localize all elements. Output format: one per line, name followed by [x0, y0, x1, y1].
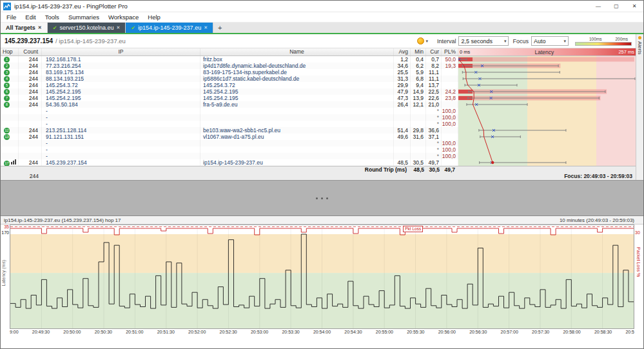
- col-header-count[interactable]: Count: [19, 48, 42, 55]
- hop-number-badge: 5: [4, 83, 10, 88]
- col-header-avg[interactable]: Avg: [394, 48, 411, 55]
- menu-item-file[interactable]: File: [2, 12, 21, 23]
- tab-label: All Targets: [6, 25, 35, 31]
- focus-select[interactable]: Auto ▾: [531, 36, 569, 46]
- pl-cell: 100,0: [442, 146, 458, 153]
- count-cell: 244: [19, 56, 42, 63]
- hop-number-badge: 1: [4, 57, 10, 63]
- tab-check-icon: ✔: [53, 25, 57, 31]
- time-tick-label: 20:56:00: [438, 330, 456, 334]
- pl-cell: 100,0: [442, 153, 458, 159]
- name-cell: 145.254.2.195: [200, 95, 394, 101]
- minimize-button[interactable]: —: [589, 1, 607, 12]
- cur-cell: 37,1: [426, 134, 442, 140]
- name-cell: [200, 146, 394, 153]
- count-cell: 244: [19, 63, 42, 69]
- ip-cell: -: [42, 140, 200, 146]
- alert-indicator-icon: [638, 36, 641, 39]
- menu-item-tools[interactable]: Tools: [41, 12, 64, 23]
- count-cell: 244: [19, 159, 42, 166]
- time-graph-range: 10 minutes (20:49:03 - 20:59:03): [560, 217, 643, 223]
- hop-cell: [1, 140, 19, 146]
- hop-cell: 5: [1, 82, 19, 88]
- time-tick-label: 20:59:00: [625, 330, 634, 334]
- name-cell: ip4d17d8fe.dynamic.kabel-deutschland.de: [200, 63, 394, 69]
- menu-item-edit[interactable]: Edit: [21, 12, 40, 23]
- count-cell: 244: [19, 127, 42, 134]
- time-tick-label: 20:52:30: [220, 330, 237, 334]
- cur-cell: *: [426, 146, 442, 153]
- count-cell: [19, 146, 42, 153]
- tab-label: +: [218, 24, 222, 32]
- col-header-ip[interactable]: IP: [42, 48, 200, 55]
- new-tab-button[interactable]: +: [213, 23, 226, 33]
- alerts-tab-label: Alerts: [637, 41, 643, 54]
- avg-cell: 49,6: [394, 134, 411, 140]
- time-axis-labels: 20:49:0020:49:3020:50:0020:50:3020:51:00…: [10, 329, 634, 337]
- min-cell: [411, 114, 426, 121]
- ip-cell: 145.254.3.72: [42, 82, 200, 88]
- ip-cell: 145.254.2.195: [42, 88, 200, 95]
- hop-table-body: 1244192.168.178.1fritz.box1,20,40,750,02…: [1, 56, 636, 166]
- count-cell: [19, 153, 42, 159]
- chevron-down-icon: ▾: [425, 39, 428, 44]
- avg-cell: 26,4: [394, 101, 411, 108]
- col-header-latency[interactable]: 0 ms Latency 257 ms: [458, 48, 636, 55]
- tab-all-targets[interactable]: All Targets✕: [1, 23, 48, 33]
- tab-server150-kotelna-eu[interactable]: ✔server150.kotelna.eu✕: [48, 23, 126, 33]
- time-tick-label: 20:53:00: [251, 330, 268, 334]
- menu-item-summaries[interactable]: Summaries: [64, 12, 104, 23]
- col-header-cur[interactable]: Cur: [426, 48, 442, 55]
- cur-cell: 22,6: [426, 95, 442, 101]
- interval-select[interactable]: 2,5 seconds ▾: [458, 36, 509, 46]
- col-header-min[interactable]: Min: [411, 48, 426, 55]
- avg-cell: 25,5: [394, 69, 411, 75]
- latency-axis-title: Latency (ms): [1, 260, 6, 286]
- time-tick-label: 20:51:30: [157, 330, 175, 334]
- cur-cell: 11,1: [426, 75, 442, 82]
- ip-cell: -: [42, 121, 200, 127]
- ip-cell: 54.36.50.184: [42, 101, 200, 108]
- timegraph-icon: [11, 159, 16, 166]
- pl-cell: 100,0: [442, 140, 458, 146]
- min-cell: 12,1: [411, 101, 426, 108]
- alerts-side-tab[interactable]: Alerts: [636, 34, 643, 180]
- cur-cell: 0,7: [426, 56, 442, 63]
- min-cell: 5,9: [411, 69, 426, 75]
- tab-ip154-ip-145-239-237-eu[interactable]: ✔ip154.ip-145-239-237.eu✕: [126, 23, 213, 33]
- hop-cell: [1, 146, 19, 153]
- tab-close-icon[interactable]: ✕: [116, 25, 120, 30]
- pl-cell: 24,2: [442, 88, 458, 95]
- menu-item-help[interactable]: Help: [143, 12, 165, 23]
- min-cell: 13,9: [411, 95, 426, 101]
- hop-table-header: Hop Count IP Name Avg Min Cur PL% 0 ms L…: [1, 48, 636, 56]
- tab-close-icon[interactable]: ✕: [204, 25, 208, 30]
- name-cell: vl1067.waw-d1-a75.pl.eu: [200, 134, 394, 140]
- pl-cell: 100,0: [442, 121, 458, 127]
- name-cell: [200, 140, 394, 146]
- timeline-chart[interactable]: Pkt Loss: [10, 224, 634, 329]
- time-tick-label: 20:54:00: [313, 330, 331, 334]
- focus-value: Auto: [534, 38, 561, 45]
- splitter[interactable]: [1, 180, 643, 216]
- tab-close-icon[interactable]: ✕: [38, 25, 42, 30]
- name-cell: [200, 121, 394, 127]
- round-trip-cur: 49,7: [442, 166, 457, 173]
- col-header-name[interactable]: Name: [200, 48, 394, 55]
- app-window: ip154.ip-145-239-237.eu - PingPlotter Pr…: [0, 0, 644, 349]
- avg-cell: 31,3: [394, 75, 411, 82]
- hop-cell: 7: [1, 95, 19, 101]
- time-tick-label: 20:50:30: [95, 330, 112, 334]
- close-button[interactable]: ✕: [625, 1, 643, 12]
- loss-annotation: Pkt Loss: [403, 226, 423, 232]
- interval-value: 2,5 seconds: [461, 38, 501, 45]
- col-header-pl[interactable]: PL%: [442, 48, 458, 55]
- time-graph-title: ip154.ip-145-239-237.eu (145.239.237.154…: [1, 217, 560, 223]
- hop-cell: 4: [1, 75, 19, 82]
- trace-status-icon: [417, 37, 424, 45]
- col-header-hop[interactable]: Hop: [1, 48, 19, 55]
- menu-item-workspace[interactable]: Workspace: [104, 12, 143, 23]
- maximize-button[interactable]: ▢: [607, 1, 625, 12]
- time-tick-label: 20:51:00: [126, 330, 143, 334]
- trace-status-button[interactable]: ▾: [417, 37, 428, 45]
